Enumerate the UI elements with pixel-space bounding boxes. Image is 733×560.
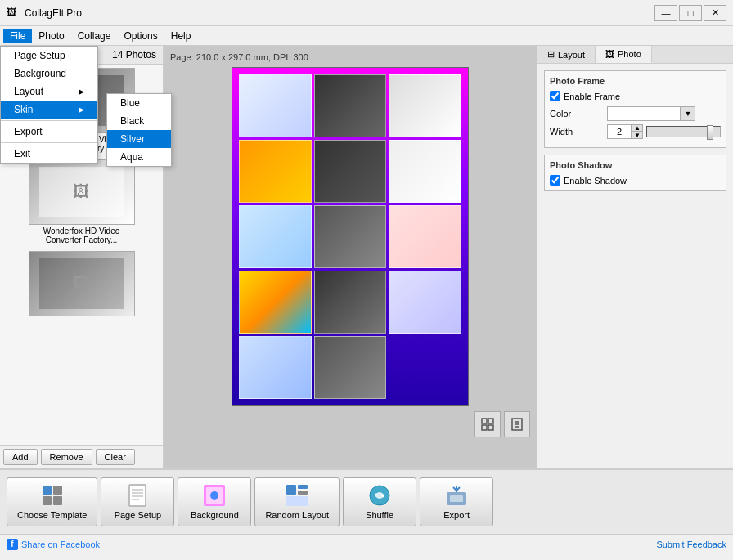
zoom-fit-button[interactable] [474, 411, 501, 437]
submit-feedback-link[interactable]: Submit Feedback [656, 540, 726, 549]
canvas-photo-7 [239, 205, 312, 268]
photo-item-2[interactable]: 🖼 Wonderfox HD Video Converter Factory..… [3, 159, 160, 244]
canvas-photo-2 [314, 74, 387, 137]
svg-rect-10 [43, 496, 52, 505]
canvas-photo-11 [314, 271, 387, 334]
svg-rect-1 [488, 419, 493, 423]
shuffle-label: Shuffle [366, 510, 393, 520]
close-button[interactable]: ✕ [704, 5, 726, 21]
canvas-frame[interactable] [232, 67, 469, 406]
svg-rect-11 [53, 496, 62, 505]
choose-template-icon [41, 484, 64, 507]
canvas-photo-1 [239, 74, 312, 137]
page-setup-icon [126, 484, 149, 507]
photo-tab-label: Photo [618, 49, 641, 59]
svg-rect-12 [129, 485, 146, 506]
shuffle-icon [368, 484, 391, 507]
color-dropdown[interactable]: ▼ [681, 106, 695, 121]
skin-submenu: Blue Black Silver Aqua [106, 93, 172, 167]
page-setup-button[interactable]: Page Setup [101, 477, 174, 526]
right-panel: ⊞ Layout 🖼 Photo Photo Frame Enable Fram… [537, 46, 733, 468]
canvas-photo-8 [314, 205, 387, 268]
svg-rect-23 [286, 496, 308, 506]
export-button[interactable]: Export [420, 477, 493, 526]
tab-bar: ⊞ Layout 🖼 Photo [537, 46, 733, 64]
facebook-share-link[interactable]: f Share on Facebook [7, 539, 100, 550]
photo-frame-title: Photo Frame [550, 76, 721, 86]
menu-background[interactable]: Background [1, 65, 97, 83]
layout-tab-icon: ⊞ [547, 49, 555, 60]
photo-label-2: Wonderfox HD Video Converter Factory... [25, 226, 139, 244]
random-layout-button[interactable]: Random Layout [254, 477, 340, 526]
svg-rect-8 [43, 486, 52, 495]
skin-blue[interactable]: Blue [107, 94, 171, 112]
width-increment[interactable]: ▲ [632, 124, 643, 132]
tab-layout[interactable]: ⊞ Layout [537, 46, 596, 63]
background-button[interactable]: Background [178, 477, 251, 526]
menu-exit[interactable]: Exit [1, 145, 97, 163]
canvas-photo-5 [314, 140, 387, 203]
export-icon [445, 484, 468, 507]
enable-shadow-checkbox[interactable] [550, 175, 560, 186]
svg-point-19 [210, 491, 218, 500]
skin-aqua[interactable]: Aqua [107, 148, 171, 166]
photo-tab-icon: 🖼 [605, 49, 614, 59]
choose-template-label: Choose Template [17, 510, 87, 520]
menu-item-help[interactable]: Help [164, 29, 198, 43]
skin-black[interactable]: Black [107, 112, 171, 130]
width-decrement[interactable]: ▼ [632, 132, 643, 139]
window-controls: — □ ✕ [654, 5, 726, 21]
background-label: Background [191, 510, 239, 520]
canvas-photo-14 [314, 336, 387, 399]
color-box[interactable] [607, 106, 681, 121]
left-panel: Page Setup Background Layout Skin Export… [0, 46, 164, 468]
menu-skin[interactable]: Skin [1, 101, 97, 119]
slider-thumb [707, 125, 713, 140]
random-layout-label: Random Layout [265, 510, 329, 520]
menu-layout[interactable]: Layout [1, 83, 97, 101]
svg-rect-22 [298, 491, 308, 495]
shuffle-button[interactable]: Shuffle [343, 477, 416, 526]
photo-thumbnail-3: 🖼 [29, 251, 135, 316]
app-icon: 🖼 [7, 7, 20, 20]
menu-page-setup[interactable]: Page Setup [1, 47, 97, 65]
minimize-button[interactable]: — [654, 5, 677, 21]
canvas-photo-6 [389, 140, 461, 203]
random-layout-icon [286, 484, 308, 507]
menu-item-file[interactable]: File [3, 29, 32, 43]
remove-button[interactable]: Remove [41, 449, 92, 465]
canvas-photo-4 [239, 140, 312, 203]
svg-rect-2 [482, 425, 487, 430]
enable-frame-checkbox[interactable] [550, 91, 560, 101]
photo-frame-section: Photo Frame Enable Frame Color ▼ Width ▲… [544, 70, 726, 148]
clear-button[interactable]: Clear [96, 449, 135, 465]
width-slider[interactable] [646, 126, 721, 137]
width-input[interactable] [607, 124, 632, 139]
bottom-toolbar: Choose Template Page Setup [0, 468, 733, 534]
enable-shadow-label: Enable Shadow [564, 176, 627, 186]
background-icon [203, 484, 226, 507]
svg-rect-0 [482, 419, 487, 423]
canvas-photo-10 [239, 271, 312, 334]
add-button[interactable]: Add [3, 449, 38, 465]
facebook-icon: f [7, 539, 18, 550]
svg-rect-21 [298, 485, 308, 489]
menu-item-collage[interactable]: Collage [71, 29, 118, 43]
photo-shadow-title: Photo Shadow [550, 160, 721, 170]
menu-item-options[interactable]: Options [117, 29, 164, 43]
maximize-button[interactable]: □ [679, 5, 702, 21]
menu-item-photo[interactable]: Photo [32, 29, 70, 43]
enable-frame-row: Enable Frame [550, 91, 721, 101]
photo-item-3[interactable]: 🖼 [3, 251, 160, 318]
zoom-page-button[interactable] [504, 411, 530, 437]
photo-count: 14 Photos [112, 49, 156, 60]
menu-export[interactable]: Export [1, 123, 97, 141]
choose-template-button[interactable]: Choose Template [7, 477, 97, 526]
export-label: Export [443, 510, 470, 520]
window-title: CollagElt Pro [25, 7, 654, 19]
tab-photo[interactable]: 🖼 Photo [596, 46, 652, 63]
skin-silver[interactable]: Silver [107, 130, 171, 148]
svg-rect-9 [53, 486, 62, 495]
menu-bar: File Photo Collage Options Help [0, 26, 733, 46]
svg-rect-20 [286, 485, 296, 495]
